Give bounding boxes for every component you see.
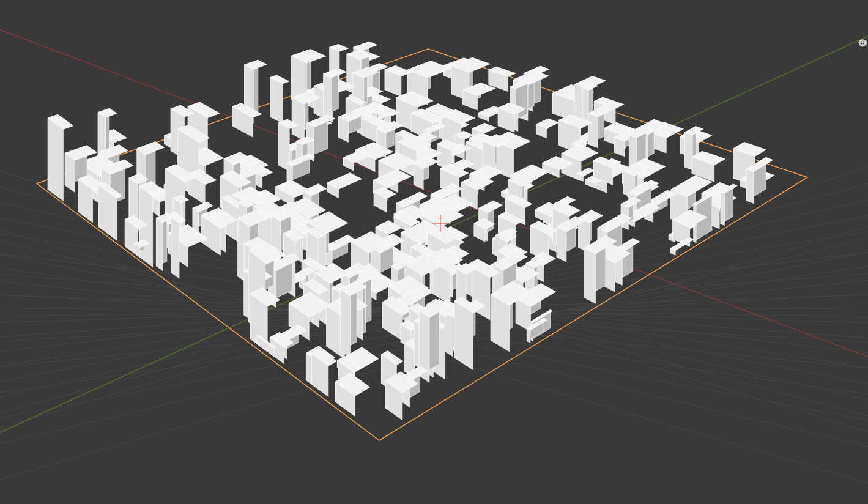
viewport-3d[interactable] (0, 0, 868, 504)
camera-view-icon[interactable] (858, 62, 867, 75)
svg-rect-876 (859, 41, 864, 45)
viewport-overlay-tools (858, 11, 867, 75)
cursor-3d (0, 0, 868, 504)
